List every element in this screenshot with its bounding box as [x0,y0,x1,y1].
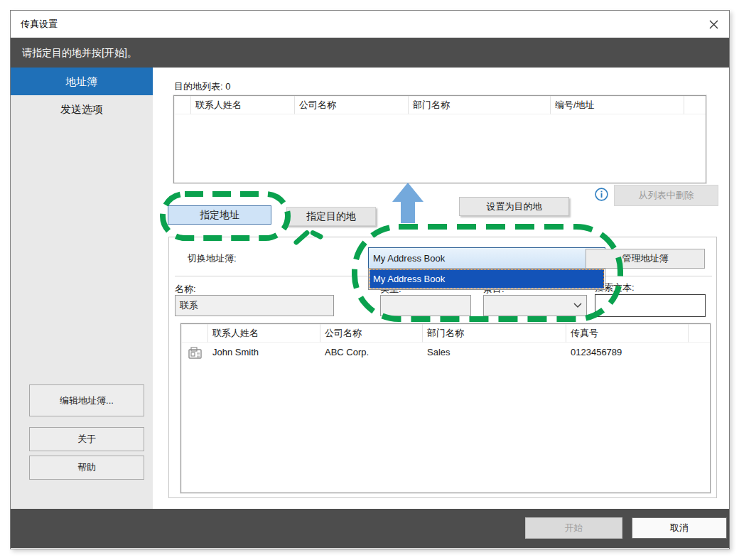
fax-machine-icon [188,347,202,359]
table-row[interactable]: John Smith ABC Corp. Sales 0123456789 [181,343,710,362]
info-icon[interactable] [595,188,608,201]
header-contact-name[interactable]: 联系人姓名 [208,324,320,343]
info-circle-icon [595,188,608,201]
set-as-destination-button[interactable]: 设置为目的地 [459,197,569,216]
close-icon [709,20,718,29]
destination-list-count: 目的地列表: 0 [174,80,230,93]
header-icon-column [181,324,208,343]
close-button[interactable] [703,15,723,33]
chevron-down-icon [573,303,582,308]
cell-contact-name: John Smith [208,343,320,361]
footer-bar: 开始 取消 [11,509,729,548]
window-title: 传真设置 [21,11,58,38]
header-spacer [689,324,710,343]
address-book-select-value: My Address Book [373,253,445,264]
header-company-name[interactable]: 公司名称 [295,96,409,114]
address-book-table: 联系人姓名 公司名称 部门名称 传真号 John Smith ABC Corp. [180,323,711,493]
type-filter-select[interactable] [380,295,471,316]
title-bar: 传真设置 [11,11,729,38]
cancel-button[interactable]: 取消 [632,517,727,539]
start-button[interactable]: 开始 [525,517,622,539]
header-department-name[interactable]: 部门名称 [423,324,566,343]
header-number-address[interactable]: 编号/地址 [551,96,684,114]
header-spacer [684,96,706,114]
dropdown-option-my-address-book[interactable]: My Address Book [370,269,604,289]
address-book-dropdown-list: My Address Book [368,268,605,290]
entry-filter-select[interactable] [483,295,587,316]
cell-department-name: Sales [423,343,566,361]
fax-settings-dialog: 传真设置 请指定目的地并按[开始]。 地址簿 发送选项 编辑地址簿... 关于 … [10,10,730,549]
header-fax-number[interactable]: 传真号 [566,324,689,343]
destination-table-header: 联系人姓名 公司名称 部门名称 编号/地址 [174,96,706,114]
help-button[interactable]: 帮助 [29,456,144,480]
move-up-arrow-icon [392,183,424,224]
switch-address-book-label: 切换地址簿: [188,252,237,265]
sidebar-item-send-options[interactable]: 发送选项 [11,95,153,123]
address-book-select[interactable]: My Address Book [368,247,605,269]
manage-address-book-button[interactable]: 管理地址簿 [586,249,705,269]
address-book-table-header: 联系人姓名 公司名称 部门名称 传真号 [181,324,710,343]
instruction-text: 请指定目的地并按[开始]。 [22,38,137,68]
header-icon-column [174,96,191,114]
name-filter-value: 联系 [180,299,198,312]
destination-list-table: 联系人姓名 公司名称 部门名称 编号/地址 [173,95,706,183]
name-filter-label: 名称: [175,283,196,296]
specify-address-tab[interactable]: 指定地址 [168,205,271,225]
address-book-panel: 切换地址簿: My Address Book 管理地址簿 名称: 类型: 条目:… [168,237,717,498]
remove-from-list-button[interactable]: 从列表中删除 [614,185,718,206]
cell-fax-number: 0123456789 [566,343,689,361]
header-department-name[interactable]: 部门名称 [409,96,551,114]
about-button[interactable]: 关于 [29,427,144,451]
edit-address-book-button[interactable]: 编辑地址簿... [29,384,144,416]
message-bar: 请指定目的地并按[开始]。 [11,38,729,68]
sidebar: 地址簿 发送选项 编辑地址簿... 关于 帮助 [11,68,153,509]
header-contact-name[interactable]: 联系人姓名 [191,96,295,114]
search-text-input[interactable] [595,294,706,317]
specify-destination-tab[interactable]: 指定目的地 [286,207,376,226]
cell-company-name: ABC Corp. [320,343,423,361]
sidebar-item-address-book[interactable]: 地址簿 [11,68,153,95]
header-company-name[interactable]: 公司名称 [320,324,423,343]
row-icon-cell [181,343,208,361]
name-filter-select[interactable]: 联系 [175,295,334,316]
